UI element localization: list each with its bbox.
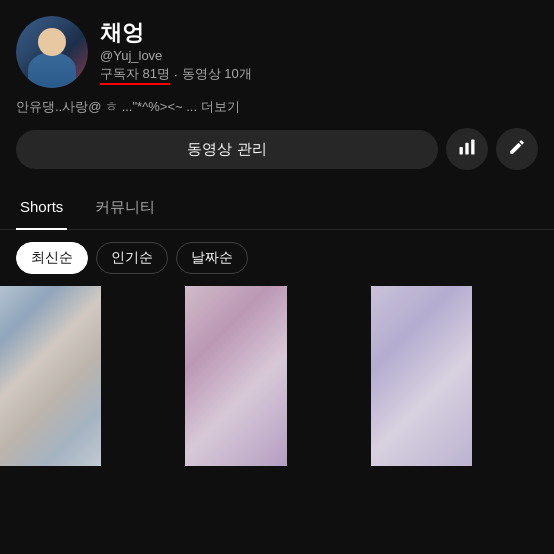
channel-handle: @Yuj_love — [100, 48, 538, 63]
video-thumb-3[interactable] — [371, 286, 472, 466]
desc-text: 안유댕..사랑@ ㅎ ..."*^%><~ ... — [16, 99, 197, 114]
subscriber-count: 구독자 81명 — [100, 65, 170, 83]
channel-stats: 구독자 81명 · 동영상 10개 — [100, 65, 538, 83]
video-thumb-1[interactable] — [0, 286, 101, 466]
video-grid — [0, 286, 554, 466]
filter-latest[interactable]: 최신순 — [16, 242, 88, 274]
analytics-button[interactable] — [446, 128, 488, 170]
svg-rect-0 — [460, 147, 463, 155]
tab-community[interactable]: 커뮤니티 — [91, 186, 159, 229]
svg-rect-1 — [465, 143, 468, 155]
avatar — [16, 16, 88, 88]
channel-name: 채엉 — [100, 20, 538, 46]
action-buttons: 동영상 관리 — [0, 128, 554, 186]
video-count: 동영상 10개 — [182, 65, 252, 83]
more-link[interactable]: 더보기 — [201, 99, 240, 114]
profile-section: 채엉 @Yuj_love 구독자 81명 · 동영상 10개 — [0, 0, 554, 98]
edit-button[interactable] — [496, 128, 538, 170]
analytics-icon — [457, 137, 477, 162]
filter-row: 최신순 인기순 날짜순 — [0, 230, 554, 286]
channel-description: 안유댕..사랑@ ㅎ ..."*^%><~ ... 더보기 — [0, 98, 554, 128]
tabs-container: Shorts 커뮤니티 — [0, 186, 554, 230]
filter-popular[interactable]: 인기순 — [96, 242, 168, 274]
svg-rect-2 — [471, 139, 474, 154]
edit-icon — [508, 138, 526, 161]
filter-date[interactable]: 날짜순 — [176, 242, 248, 274]
manage-videos-button[interactable]: 동영상 관리 — [16, 130, 438, 169]
video-thumb-2[interactable] — [185, 286, 286, 466]
tab-shorts[interactable]: Shorts — [16, 186, 67, 229]
stats-dot: · — [174, 67, 178, 82]
profile-info: 채엉 @Yuj_love 구독자 81명 · 동영상 10개 — [100, 16, 538, 83]
